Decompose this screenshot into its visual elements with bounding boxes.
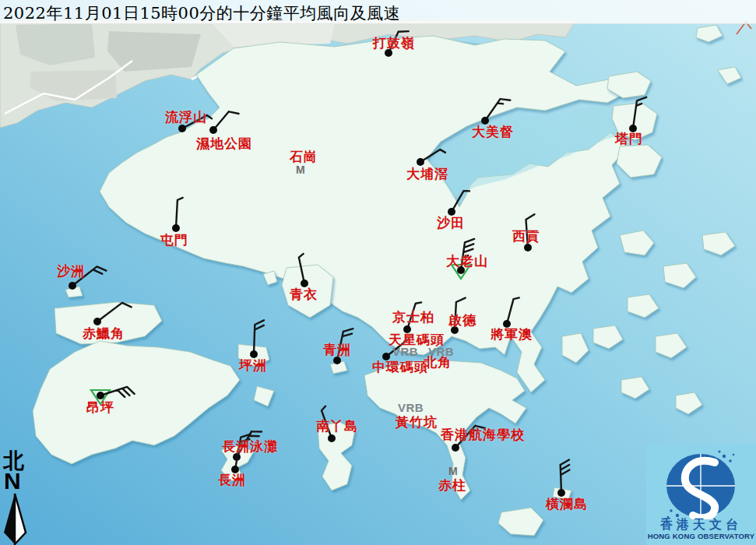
station-dot-ta-kwu-ling [385, 49, 392, 57]
station-dot-lamma-island [328, 434, 336, 442]
hko-logo-english-name: HONG KONG OBSERVATORY [646, 533, 756, 540]
wind-barb-tseung-kwan-o [507, 297, 519, 324]
hko-logo-icon [646, 445, 756, 519]
wind-barb-ta-kwu-ling [389, 31, 409, 53]
station-dot-chek-lap-kok [93, 318, 101, 325]
title-bar: 2022年11月01日15時00分的十分鐘平均風向及風速 [0, 0, 756, 24]
wind-barb-peng-chau [254, 320, 264, 354]
station-dot-hk-sea-school [452, 444, 459, 452]
north-compass: 北 N [2, 450, 33, 545]
station-dot-ngong-ping [97, 392, 104, 399]
wind-barb-green-island [337, 329, 353, 360]
hko-logo-chinese-name: 香港天文台 [646, 519, 756, 531]
wind-barb-tsing-yi [299, 254, 304, 283]
wind-barb-kings-park [407, 302, 421, 329]
map-title: 2022年11月01日15時00分的十分鐘平均風向及風速 [3, 2, 400, 24]
station-dot-peng-chau [250, 350, 258, 358]
station-dot-sha-chau [69, 282, 76, 290]
station-dot-tai-mei-tuk [481, 117, 489, 125]
wind-barb-sai-kung [526, 214, 535, 248]
station-dot-kings-park [403, 325, 411, 333]
wind-barb-tap-mun [633, 97, 646, 128]
wind-barb-tai-mei-tuk [485, 99, 510, 121]
wind-barb-sha-chau [72, 266, 106, 286]
wind-barb-wetland-park [213, 111, 239, 130]
wind-barb-chek-lap-kok [97, 303, 132, 322]
wind-barb-sha-tin [452, 191, 469, 212]
station-dot-tai-po-kau [417, 158, 424, 166]
wind-barb-hk-sea-school [455, 426, 485, 448]
wind-barb-lau-fau-shan [182, 115, 212, 128]
wind-barb-lamma-island [322, 406, 332, 438]
hko-logo: 香港天文台 HONG KONG OBSERVATORY [646, 444, 756, 545]
wind-barb-layer [0, 0, 756, 545]
wind-barb-central-pier [386, 339, 408, 357]
station-dot-central-pier [382, 353, 390, 360]
station-dot-tates-cairn [457, 266, 465, 274]
wind-barb-waglan-island [561, 460, 570, 494]
wind-map-screenshot: 打鼓嶺流浮山濕地公園石崗M大美督塔門大埔滘沙田屯門西貢沙洲大老山青衣赤鱲角京士柏… [0, 0, 756, 545]
compass-arrow-icon [2, 492, 33, 545]
station-dot-lau-fau-shan [178, 125, 186, 132]
station-dot-sha-tin [448, 208, 455, 216]
station-dot-waglan-island [557, 489, 565, 497]
compass-letter-n: N [4, 469, 21, 493]
station-dot-tsing-yi [301, 280, 308, 287]
station-dot-tuen-mun [172, 224, 180, 232]
station-dot-cheung-chau [231, 466, 239, 473]
station-dot-wetland-park [209, 126, 217, 134]
station-dot-tseung-kwan-o [503, 320, 511, 328]
wind-barb-kai-tak [455, 298, 466, 330]
wind-barb-cheung-chau [235, 434, 251, 469]
wind-barb-tai-po-kau [420, 149, 445, 162]
station-dot-tap-mun [629, 125, 637, 132]
wind-barb-tuen-mun [176, 198, 183, 228]
station-dot-kai-tak [451, 326, 459, 334]
station-dot-green-island [333, 357, 341, 364]
station-dot-sai-kung [524, 244, 532, 251]
